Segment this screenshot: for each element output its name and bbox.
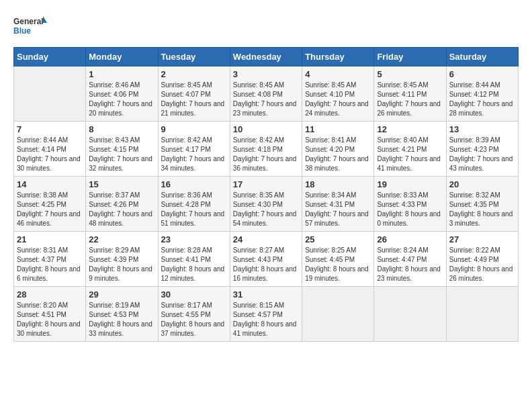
day-number: 22 — [89, 234, 154, 244]
calendar-cell: 10Sunrise: 8:42 AMSunset: 4:18 PMDayligh… — [230, 122, 302, 177]
day-of-week-header: Saturday — [446, 48, 518, 66]
calendar-cell — [14, 66, 86, 122]
day-info: Sunrise: 8:38 AMSunset: 4:25 PMDaylight:… — [17, 191, 83, 228]
calendar-cell: 17Sunrise: 8:35 AMSunset: 4:30 PMDayligh… — [230, 177, 302, 232]
day-number: 28 — [17, 289, 83, 300]
day-info: Sunrise: 8:43 AMSunset: 4:15 PMDaylight:… — [89, 136, 154, 173]
svg-text:Blue: Blue — [13, 26, 31, 36]
day-info: Sunrise: 8:24 AMSunset: 4:47 PMDaylight:… — [377, 246, 443, 283]
day-info: Sunrise: 8:22 AMSunset: 4:49 PMDaylight:… — [449, 246, 515, 283]
calendar-cell: 18Sunrise: 8:34 AMSunset: 4:31 PMDayligh… — [302, 177, 374, 232]
calendar-cell: 3Sunrise: 8:45 AMSunset: 4:08 PMDaylight… — [230, 66, 302, 122]
calendar-week-row: 7Sunrise: 8:44 AMSunset: 4:14 PMDaylight… — [14, 122, 519, 177]
calendar-cell: 20Sunrise: 8:32 AMSunset: 4:35 PMDayligh… — [446, 177, 518, 232]
day-info: Sunrise: 8:31 AMSunset: 4:37 PMDaylight:… — [17, 246, 83, 283]
calendar-header-row: SundayMondayTuesdayWednesdayThursdayFrid… — [14, 48, 519, 66]
day-number: 10 — [233, 124, 299, 134]
day-number: 6 — [449, 69, 515, 79]
day-info: Sunrise: 8:28 AMSunset: 4:41 PMDaylight:… — [161, 246, 227, 283]
day-number: 14 — [17, 179, 83, 189]
calendar-cell: 9Sunrise: 8:42 AMSunset: 4:17 PMDaylight… — [158, 122, 230, 177]
day-number: 31 — [233, 289, 299, 300]
day-number: 3 — [233, 69, 299, 79]
day-number: 1 — [89, 69, 154, 79]
calendar-cell: 16Sunrise: 8:36 AMSunset: 4:28 PMDayligh… — [158, 177, 230, 232]
calendar-cell: 23Sunrise: 8:28 AMSunset: 4:41 PMDayligh… — [158, 232, 230, 287]
page-header: General Blue — [13, 13, 519, 40]
logo: General Blue — [13, 13, 47, 40]
day-info: Sunrise: 8:45 AMSunset: 4:10 PMDaylight:… — [305, 81, 371, 118]
calendar-cell: 14Sunrise: 8:38 AMSunset: 4:25 PMDayligh… — [14, 177, 86, 232]
day-of-week-header: Wednesday — [230, 48, 302, 66]
calendar-cell: 6Sunrise: 8:44 AMSunset: 4:12 PMDaylight… — [446, 66, 518, 122]
day-info: Sunrise: 8:45 AMSunset: 4:11 PMDaylight:… — [377, 81, 443, 118]
svg-marker-2 — [43, 16, 47, 23]
day-info: Sunrise: 8:17 AMSunset: 4:55 PMDaylight:… — [161, 301, 227, 338]
day-info: Sunrise: 8:46 AMSunset: 4:06 PMDaylight:… — [89, 81, 154, 118]
day-info: Sunrise: 8:36 AMSunset: 4:28 PMDaylight:… — [161, 191, 227, 228]
day-number: 11 — [305, 124, 371, 134]
day-number: 15 — [89, 179, 154, 189]
calendar-week-row: 1Sunrise: 8:46 AMSunset: 4:06 PMDaylight… — [14, 66, 519, 122]
calendar-cell: 28Sunrise: 8:20 AMSunset: 4:51 PMDayligh… — [14, 287, 86, 342]
day-of-week-header: Tuesday — [158, 48, 230, 66]
calendar-cell: 8Sunrise: 8:43 AMSunset: 4:15 PMDaylight… — [86, 122, 158, 177]
day-number: 24 — [233, 234, 299, 244]
calendar-cell: 4Sunrise: 8:45 AMSunset: 4:10 PMDaylight… — [302, 66, 374, 122]
day-info: Sunrise: 8:44 AMSunset: 4:14 PMDaylight:… — [17, 136, 83, 173]
calendar-cell: 15Sunrise: 8:37 AMSunset: 4:26 PMDayligh… — [86, 177, 158, 232]
calendar-week-row: 14Sunrise: 8:38 AMSunset: 4:25 PMDayligh… — [14, 177, 519, 232]
calendar-cell: 1Sunrise: 8:46 AMSunset: 4:06 PMDaylight… — [86, 66, 158, 122]
calendar-cell — [374, 287, 446, 342]
calendar-cell — [446, 287, 518, 342]
calendar-cell: 5Sunrise: 8:45 AMSunset: 4:11 PMDaylight… — [374, 66, 446, 122]
calendar-week-row: 21Sunrise: 8:31 AMSunset: 4:37 PMDayligh… — [14, 232, 519, 287]
day-number: 4 — [305, 69, 371, 79]
day-info: Sunrise: 8:15 AMSunset: 4:57 PMDaylight:… — [233, 301, 299, 338]
day-info: Sunrise: 8:41 AMSunset: 4:20 PMDaylight:… — [305, 136, 371, 173]
calendar-cell: 22Sunrise: 8:29 AMSunset: 4:39 PMDayligh… — [86, 232, 158, 287]
day-info: Sunrise: 8:45 AMSunset: 4:07 PMDaylight:… — [161, 81, 227, 118]
day-number: 25 — [305, 234, 371, 244]
calendar-cell: 19Sunrise: 8:33 AMSunset: 4:33 PMDayligh… — [374, 177, 446, 232]
day-info: Sunrise: 8:45 AMSunset: 4:08 PMDaylight:… — [233, 81, 299, 118]
day-info: Sunrise: 8:19 AMSunset: 4:53 PMDaylight:… — [89, 301, 154, 338]
calendar-cell: 27Sunrise: 8:22 AMSunset: 4:49 PMDayligh… — [446, 232, 518, 287]
day-info: Sunrise: 8:25 AMSunset: 4:45 PMDaylight:… — [305, 246, 371, 283]
calendar-cell: 7Sunrise: 8:44 AMSunset: 4:14 PMDaylight… — [14, 122, 86, 177]
day-number: 17 — [233, 179, 299, 189]
day-of-week-header: Sunday — [14, 48, 86, 66]
svg-text:General: General — [13, 17, 44, 26]
day-info: Sunrise: 8:29 AMSunset: 4:39 PMDaylight:… — [89, 246, 154, 283]
logo-svg: General Blue — [13, 13, 47, 40]
day-number: 13 — [449, 124, 515, 134]
day-of-week-header: Thursday — [302, 48, 374, 66]
calendar-cell: 13Sunrise: 8:39 AMSunset: 4:23 PMDayligh… — [446, 122, 518, 177]
day-number: 16 — [161, 179, 227, 189]
day-info: Sunrise: 8:27 AMSunset: 4:43 PMDaylight:… — [233, 246, 299, 283]
calendar-cell: 11Sunrise: 8:41 AMSunset: 4:20 PMDayligh… — [302, 122, 374, 177]
calendar-cell — [302, 287, 374, 342]
calendar-cell: 12Sunrise: 8:40 AMSunset: 4:21 PMDayligh… — [374, 122, 446, 177]
day-number: 27 — [449, 234, 515, 244]
day-info: Sunrise: 8:42 AMSunset: 4:18 PMDaylight:… — [233, 136, 299, 173]
calendar-cell: 30Sunrise: 8:17 AMSunset: 4:55 PMDayligh… — [158, 287, 230, 342]
day-info: Sunrise: 8:32 AMSunset: 4:35 PMDaylight:… — [449, 191, 515, 228]
day-info: Sunrise: 8:37 AMSunset: 4:26 PMDaylight:… — [89, 191, 154, 228]
calendar-cell: 29Sunrise: 8:19 AMSunset: 4:53 PMDayligh… — [86, 287, 158, 342]
day-info: Sunrise: 8:20 AMSunset: 4:51 PMDaylight:… — [17, 301, 83, 338]
day-info: Sunrise: 8:44 AMSunset: 4:12 PMDaylight:… — [449, 81, 515, 118]
day-info: Sunrise: 8:35 AMSunset: 4:30 PMDaylight:… — [233, 191, 299, 228]
day-number: 18 — [305, 179, 371, 189]
day-info: Sunrise: 8:42 AMSunset: 4:17 PMDaylight:… — [161, 136, 227, 173]
calendar-cell: 25Sunrise: 8:25 AMSunset: 4:45 PMDayligh… — [302, 232, 374, 287]
day-of-week-header: Friday — [374, 48, 446, 66]
day-number: 23 — [161, 234, 227, 244]
calendar-table: SundayMondayTuesdayWednesdayThursdayFrid… — [13, 47, 519, 342]
calendar-cell: 2Sunrise: 8:45 AMSunset: 4:07 PMDaylight… — [158, 66, 230, 122]
calendar-cell: 26Sunrise: 8:24 AMSunset: 4:47 PMDayligh… — [374, 232, 446, 287]
day-number: 7 — [17, 124, 83, 134]
calendar-cell: 21Sunrise: 8:31 AMSunset: 4:37 PMDayligh… — [14, 232, 86, 287]
day-info: Sunrise: 8:39 AMSunset: 4:23 PMDaylight:… — [449, 136, 515, 173]
day-info: Sunrise: 8:40 AMSunset: 4:21 PMDaylight:… — [377, 136, 443, 173]
